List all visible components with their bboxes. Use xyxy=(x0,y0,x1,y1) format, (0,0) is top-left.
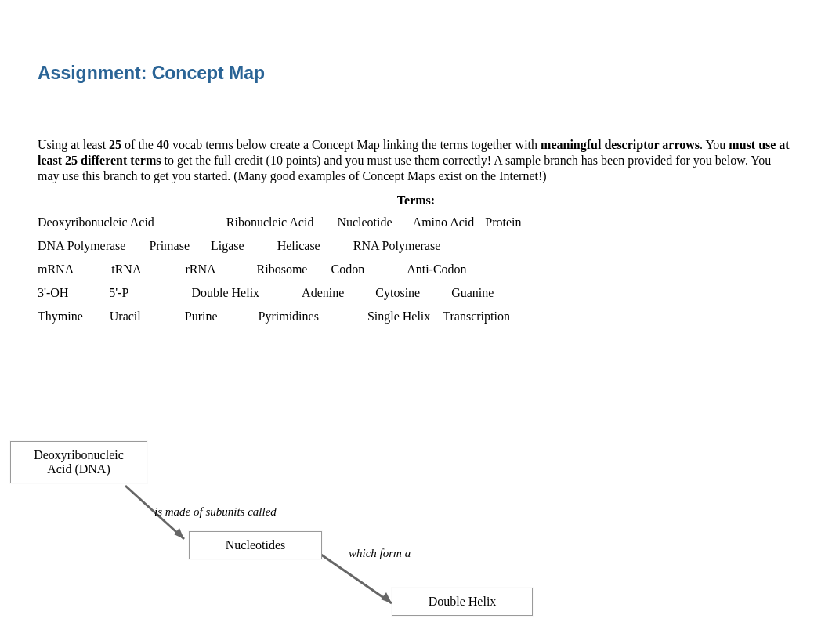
vocab-term: Double Helix xyxy=(191,286,259,300)
vocab-term: Uracil xyxy=(110,309,141,324)
node-dna-line2: Acid (DNA) xyxy=(25,462,132,476)
vocab-term: Single Helix xyxy=(367,309,430,324)
page-title: Assignment: Concept Map xyxy=(38,63,832,84)
vocab-term: Purine xyxy=(185,309,218,324)
vocab-term: Ribosome xyxy=(257,262,308,277)
vocab-term: 5'-P xyxy=(109,286,128,300)
arrow-label-subunits: is made of subunits called xyxy=(154,505,277,519)
vocab-term: Primase xyxy=(149,239,190,253)
node-dna-line1: Deoxyribonucleic xyxy=(25,448,132,462)
instr-text: vocab terms below create a Concept Map l… xyxy=(169,138,541,151)
arrow-head-icon xyxy=(381,592,392,603)
vocab-term: Cytosine xyxy=(375,286,420,300)
vocab-term: Nucleotide xyxy=(337,215,392,230)
vocab-term: Ligase xyxy=(211,239,244,253)
concept-map-sample: Deoxyribonucleic Acid (DNA) is made of s… xyxy=(8,439,556,642)
arrow-head-icon xyxy=(174,528,184,539)
vocab-term: Guanine xyxy=(451,286,494,300)
vocab-term: 3'-OH xyxy=(38,286,68,300)
node-nucleotides: Nucleotides xyxy=(189,531,322,559)
vocab-term: RNA Polymerase xyxy=(353,239,441,253)
term-row: mRNAtRNArRNARibosomeCodonAnti-Codon xyxy=(38,262,794,277)
vocab-term: Thymine xyxy=(38,309,83,324)
terms-heading: Terms: xyxy=(0,194,832,208)
instr-text: . You xyxy=(700,138,729,151)
vocab-term: rRNA xyxy=(185,262,215,277)
vocab-term: Deoxyribonucleic Acid xyxy=(38,215,154,230)
vocab-term: Ribonucleic Acid xyxy=(226,215,314,230)
vocab-term: mRNA xyxy=(38,262,74,277)
vocab-term: Anti-Codon xyxy=(407,262,466,277)
term-row: 3'-OH5'-PDouble HelixAdenineCytosineGuan… xyxy=(38,286,794,300)
term-row: Deoxyribonucleic AcidRibonucleic AcidNuc… xyxy=(38,215,794,230)
instr-text: of the xyxy=(121,138,157,151)
vocab-term: Adenine xyxy=(302,286,344,300)
arrow-line xyxy=(321,555,392,603)
vocab-term: DNA Polymerase xyxy=(38,239,125,253)
term-row: ThymineUracilPurinePyrimidinesSingle Hel… xyxy=(38,309,794,324)
vocab-term: Protein xyxy=(485,215,521,230)
vocab-term: Transcription xyxy=(443,309,510,324)
instr-text: Using at least xyxy=(38,138,109,151)
vocab-term: tRNA xyxy=(111,262,141,277)
term-row: DNA PolymerasePrimaseLigaseHelicaseRNA P… xyxy=(38,239,794,253)
vocab-term: Helicase xyxy=(277,239,320,253)
vocab-term: Codon xyxy=(331,262,364,277)
node-dna: Deoxyribonucleic Acid (DNA) xyxy=(10,441,147,483)
arrow-label-form: which form a xyxy=(349,547,411,560)
instructions-paragraph: Using at least 25 of the 40 vocab terms … xyxy=(38,137,794,184)
terms-list: Deoxyribonucleic AcidRibonucleic AcidNuc… xyxy=(38,215,794,324)
instr-count-40: 40 xyxy=(157,138,169,151)
node-double-helix: Double Helix xyxy=(392,588,533,616)
vocab-term: Pyrimidines xyxy=(259,309,319,324)
instr-bold-arrows: meaningful descriptor arrows xyxy=(541,138,700,151)
instr-count-25: 25 xyxy=(109,138,121,151)
vocab-term: Amino Acid xyxy=(413,215,475,230)
